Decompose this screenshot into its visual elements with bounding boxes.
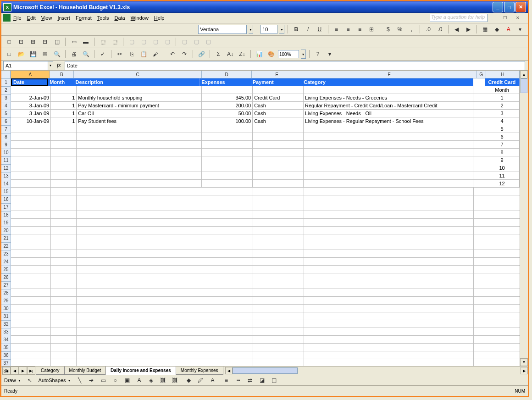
- search-button[interactable]: 🔍: [52, 49, 62, 59]
- cell-E23[interactable]: [253, 250, 304, 257]
- tool-11[interactable]: ▢: [139, 37, 149, 47]
- cell-A11[interactable]: [11, 156, 51, 164]
- cell-G16[interactable]: [474, 195, 485, 203]
- toolbar-options-icon[interactable]: ▾: [515, 24, 526, 34]
- cell-A36[interactable]: [11, 351, 51, 359]
- cell-A25[interactable]: [11, 266, 51, 273]
- tool-10[interactable]: ▢: [127, 37, 137, 47]
- cell-A8[interactable]: [11, 133, 51, 140]
- cell-G11[interactable]: [473, 156, 485, 164]
- cell-F27[interactable]: [304, 281, 474, 289]
- cell-C23[interactable]: [77, 250, 202, 257]
- cell-F20[interactable]: [304, 227, 474, 234]
- cell-H4[interactable]: 2: [485, 102, 520, 109]
- row-header-18[interactable]: 18: [1, 211, 11, 219]
- cell-C35[interactable]: [77, 344, 202, 351]
- tool-16[interactable]: ▢: [203, 37, 213, 47]
- cell-D10[interactable]: [202, 149, 253, 156]
- cell-B3[interactable]: 1: [51, 94, 77, 101]
- oval-button[interactable]: ○: [110, 375, 120, 385]
- cell-B14[interactable]: [51, 180, 77, 187]
- select-all-button[interactable]: [1, 71, 11, 79]
- cell-C24[interactable]: [77, 258, 202, 265]
- cell-C8[interactable]: [77, 133, 202, 140]
- cell-E4[interactable]: Cash: [253, 102, 304, 109]
- tab-prev-button[interactable]: ◀: [11, 367, 19, 375]
- cell-E19[interactable]: [253, 219, 304, 226]
- row-header-14[interactable]: 14: [1, 180, 11, 188]
- sort-desc-button[interactable]: Z↓: [237, 49, 247, 59]
- cell-H32[interactable]: [485, 320, 520, 328]
- row-header-29[interactable]: 29: [1, 297, 11, 305]
- cell-F18[interactable]: [304, 211, 474, 218]
- cell-C36[interactable]: [77, 351, 202, 359]
- cell-H34[interactable]: [485, 336, 520, 343]
- row-header-36[interactable]: 36: [1, 352, 11, 360]
- cell-B2[interactable]: [51, 86, 77, 94]
- cell-B24[interactable]: [51, 258, 77, 265]
- cell-D4[interactable]: 200.00: [202, 102, 253, 109]
- cell-G22[interactable]: [474, 242, 485, 250]
- cell-G6[interactable]: [473, 117, 485, 125]
- cell-A4[interactable]: 3-Jan-09: [11, 102, 51, 109]
- italic-button[interactable]: I: [303, 24, 313, 34]
- cell-H6[interactable]: 4: [485, 117, 520, 125]
- cell-D19[interactable]: [202, 219, 253, 226]
- cell-F12[interactable]: [304, 164, 473, 172]
- row-header-24[interactable]: 24: [1, 258, 11, 266]
- cell-D8[interactable]: [202, 133, 253, 140]
- cell-G8[interactable]: [473, 133, 485, 140]
- cell-C9[interactable]: [77, 141, 202, 148]
- cell-H14[interactable]: 12: [485, 180, 520, 187]
- cell-G19[interactable]: [474, 219, 485, 226]
- tool-12[interactable]: ▢: [150, 37, 161, 47]
- row-header-27[interactable]: 27: [1, 282, 11, 289]
- cell-A6[interactable]: 10-Jan-09: [11, 117, 51, 125]
- cell-H19[interactable]: [485, 219, 520, 226]
- cell-D35[interactable]: [202, 344, 253, 351]
- merge-center-button[interactable]: ⊞: [366, 24, 377, 34]
- cell-A23[interactable]: [11, 250, 51, 257]
- row-header-32[interactable]: 32: [1, 321, 11, 328]
- borders-button[interactable]: ▦: [480, 24, 490, 34]
- cell-E18[interactable]: [253, 211, 304, 218]
- decrease-decimal-button[interactable]: .0: [435, 24, 445, 34]
- cell-C37[interactable]: [77, 359, 202, 366]
- cell-H20[interactable]: [485, 227, 520, 234]
- menu-file[interactable]: FFileile: [13, 15, 22, 21]
- cell-B5[interactable]: 1: [51, 110, 77, 117]
- cell-B6[interactable]: 1: [51, 117, 77, 125]
- cell-D2[interactable]: [202, 86, 253, 94]
- column-header-B[interactable]: B: [50, 71, 74, 78]
- percent-button[interactable]: %: [395, 24, 405, 34]
- cell-F6[interactable]: Living Expenses - Regular Repayment - Sc…: [304, 117, 473, 125]
- cell-C22[interactable]: [77, 242, 202, 250]
- cell-B37[interactable]: [51, 359, 77, 366]
- cell-E25[interactable]: [253, 266, 304, 273]
- row-header-2[interactable]: 2: [1, 87, 11, 94]
- cell-C18[interactable]: [77, 211, 202, 218]
- cell-A20[interactable]: [11, 227, 51, 234]
- zoom-box[interactable]: 100%: [278, 50, 299, 58]
- cell-G27[interactable]: [474, 281, 485, 289]
- cell-E32[interactable]: [253, 320, 304, 328]
- cell-A28[interactable]: [11, 289, 51, 296]
- cell-D7[interactable]: [202, 125, 253, 133]
- cell-B32[interactable]: [51, 320, 77, 328]
- font-name-box[interactable]: Verdana: [198, 25, 246, 34]
- tab-next-button[interactable]: ▶: [19, 367, 27, 375]
- cell-F25[interactable]: [304, 266, 474, 273]
- cell-G24[interactable]: [474, 258, 485, 265]
- shadow-button[interactable]: ◪: [257, 375, 267, 385]
- cell-H15[interactable]: [485, 188, 520, 195]
- cell-D25[interactable]: [202, 266, 253, 273]
- cell-C5[interactable]: Car Oil: [77, 110, 202, 117]
- menu-view[interactable]: View: [41, 15, 52, 21]
- cell-C17[interactable]: [77, 203, 202, 211]
- cell-D9[interactable]: [202, 141, 253, 148]
- cell-D24[interactable]: [202, 258, 253, 265]
- cell-C33[interactable]: [77, 328, 202, 335]
- cell-B9[interactable]: [51, 141, 77, 148]
- horizontal-scrollbar[interactable]: ◀ ▶: [225, 367, 528, 374]
- menu-edit[interactable]: Edit: [27, 15, 36, 21]
